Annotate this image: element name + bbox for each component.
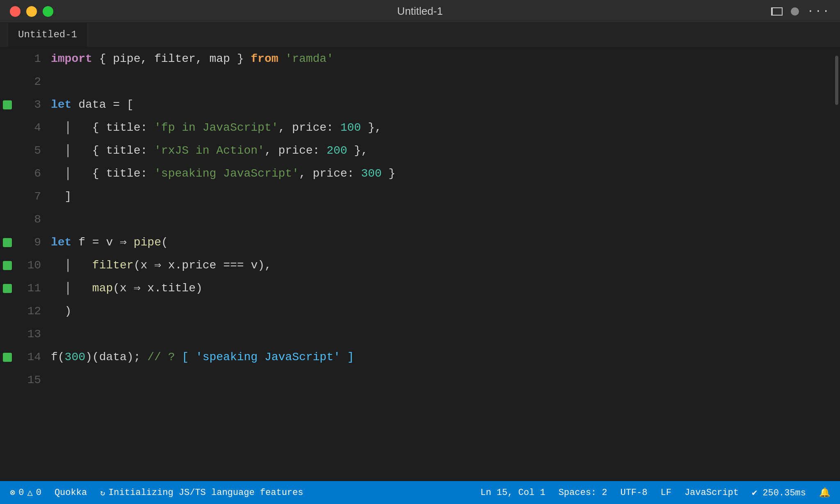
code-line-5: │ { title: 'rxJS in Action' , price: 200… <box>51 139 833 162</box>
maximize-button[interactable] <box>43 6 53 17</box>
scrollbar-thumb[interactable] <box>835 56 838 105</box>
quokka-label: Quokka <box>55 488 87 498</box>
status-right: Ln 15, Col 1 Spaces: 2 UTF-8 LF JavaScri… <box>480 487 830 498</box>
token-num-100: 100 <box>340 116 361 139</box>
status-eol[interactable]: LF <box>660 488 671 498</box>
code-line-4: │ { title: 'fp in JavaScript' , price: 1… <box>51 116 833 139</box>
breakpoint-gutter <box>0 48 15 481</box>
code-line-8 <box>51 208 833 231</box>
status-cursor[interactable]: Ln 15, Col 1 <box>480 488 545 498</box>
cursor-position: Ln 15, Col 1 <box>480 488 545 498</box>
status-perf: ✔ 250.35ms <box>752 487 806 498</box>
close-button[interactable] <box>10 6 21 17</box>
token-arrow-1: ⇒ <box>120 231 127 254</box>
more-actions-icon[interactable]: ··· <box>807 5 830 18</box>
code-line-15 <box>51 369 833 392</box>
breakpoint-14[interactable] <box>3 353 12 362</box>
status-language[interactable]: JavaScript <box>685 488 739 498</box>
spaces-label: Spaces: 2 <box>559 488 607 498</box>
minimize-button[interactable] <box>26 6 37 17</box>
code-line-2 <box>51 70 833 93</box>
line-num-15: 15 <box>15 369 41 392</box>
perf-label: ✔ 250.35ms <box>752 487 806 498</box>
code-line-9: let f = v ⇒ pipe ( <box>51 231 833 254</box>
status-notification[interactable]: 🔔 <box>819 487 830 498</box>
code-line-11: │ map (x ⇒ x.title) <box>51 277 833 300</box>
refresh-icon: ↻ <box>100 488 105 498</box>
code-line-6: │ { title: 'speaking JavaScript' , price… <box>51 162 833 185</box>
token-result: [ 'speaking JavaScript' ] <box>182 346 354 369</box>
breakpoint-10[interactable] <box>3 261 12 270</box>
warning-icon: △ <box>27 487 32 498</box>
tab-untitled-1[interactable]: Untitled-1 <box>8 23 87 47</box>
line-num-7: 7 <box>15 185 41 208</box>
breakpoint-11[interactable] <box>3 284 12 293</box>
encoding-label: UTF-8 <box>620 488 647 498</box>
token-arrow-2: ⇒ <box>154 254 161 277</box>
language-label: JavaScript <box>685 488 739 498</box>
code-line-3: let data = [ <box>51 93 833 116</box>
title-bar: Untitled-1 ··· <box>0 0 840 23</box>
scrollbar[interactable] <box>833 48 840 481</box>
token-string-ramda: 'ramda' <box>285 48 333 70</box>
gutter-line-9[interactable] <box>0 231 15 254</box>
split-editor-icon[interactable] <box>771 7 783 16</box>
token-arrow-3: ⇒ <box>134 277 141 300</box>
status-encoding[interactable]: UTF-8 <box>620 488 647 498</box>
notification-icon[interactable]: 🔔 <box>819 487 830 498</box>
token-string-rxjs: 'rxJS in Action' <box>154 139 265 162</box>
token-string-fp: 'fp in JavaScript' <box>154 116 278 139</box>
gutter-line-5 <box>0 139 15 162</box>
token-let-1: let <box>51 93 71 116</box>
gutter-line-1 <box>0 48 15 70</box>
line-num-12: 12 <box>15 300 41 323</box>
gutter-line-8 <box>0 208 15 231</box>
gutter-line-15 <box>0 369 15 392</box>
status-spaces[interactable]: Spaces: 2 <box>559 488 607 498</box>
token-let-2: let <box>51 231 71 254</box>
token-filter: filter <box>92 254 134 277</box>
line-num-9: 9 <box>15 231 41 254</box>
token-from: from <box>251 48 278 70</box>
gutter-line-11[interactable] <box>0 277 15 300</box>
warning-count: 0 <box>36 488 41 498</box>
gutter-line-12 <box>0 300 15 323</box>
editor-container: 1 2 3 4 5 6 7 8 9 10 11 12 13 14 15 impo… <box>0 48 840 481</box>
token-num-300: 300 <box>361 162 381 185</box>
line-num-3: 3 <box>15 93 41 116</box>
gutter-line-2 <box>0 70 15 93</box>
code-line-14: f( 300 )(data); // ? [ 'speaking JavaScr… <box>51 346 833 369</box>
gutter-line-6 <box>0 162 15 185</box>
token-pipe: pipe <box>134 231 161 254</box>
breakpoint-3[interactable] <box>3 100 12 109</box>
loading-text: Initializing JS/TS language features <box>108 488 303 498</box>
line-numbers: 1 2 3 4 5 6 7 8 9 10 11 12 13 14 15 <box>15 48 48 481</box>
status-errors[interactable]: ⊗ 0 △ 0 <box>10 487 41 498</box>
token-num-200: 200 <box>326 139 347 162</box>
dot-icon[interactable] <box>791 7 799 16</box>
line-num-2: 2 <box>15 70 41 93</box>
tab-label: Untitled-1 <box>18 29 77 40</box>
code-line-13 <box>51 323 833 346</box>
line-num-6: 6 <box>15 162 41 185</box>
token-comment: // ? <box>147 346 182 369</box>
gutter-line-10[interactable] <box>0 254 15 277</box>
token-map: map <box>92 277 113 300</box>
line-num-14: 14 <box>15 346 41 369</box>
line-num-4: 4 <box>15 116 41 139</box>
status-language-loading: ↻ Initializing JS/TS language features <box>100 488 303 498</box>
gutter-line-13 <box>0 323 15 346</box>
breakpoint-9[interactable] <box>3 238 12 247</box>
code-line-1: import { pipe, filter, map } from 'ramda… <box>51 48 833 70</box>
editor-tabs: Untitled-1 <box>0 23 840 48</box>
error-icon: ⊗ <box>10 487 15 498</box>
gutter-line-3[interactable] <box>0 93 15 116</box>
eol-label: LF <box>660 488 671 498</box>
line-num-11: 11 <box>15 277 41 300</box>
gutter-line-14[interactable] <box>0 346 15 369</box>
traffic-lights <box>10 6 53 17</box>
code-editor[interactable]: import { pipe, filter, map } from 'ramda… <box>48 48 833 481</box>
token-import: import <box>51 48 92 70</box>
error-count: 0 <box>18 488 24 498</box>
status-quokka[interactable]: Quokka <box>55 488 87 498</box>
